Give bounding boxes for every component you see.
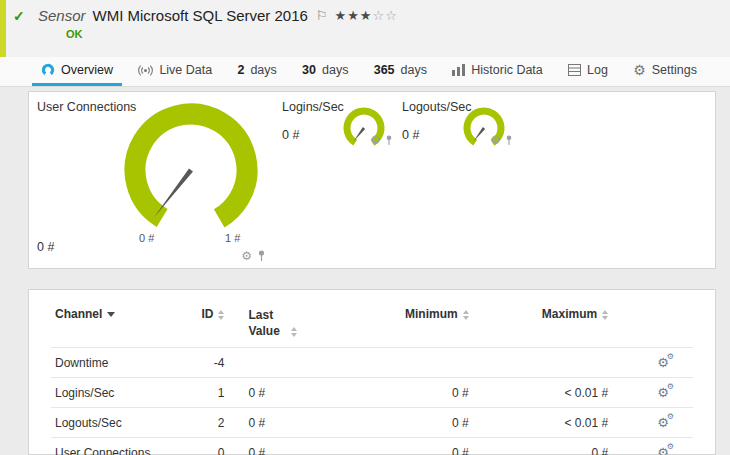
sort-icon [218, 310, 224, 320]
channel-maximum [473, 348, 613, 378]
priority-stars[interactable]: ★★★☆☆ [335, 8, 398, 23]
tab-log[interactable]: Log [559, 57, 617, 86]
tab-30-days[interactable]: 30 days [293, 57, 357, 86]
tab-number: 30 [302, 63, 316, 77]
gauge-settings-icon[interactable]: ⚙ [370, 134, 381, 146]
gauges-panel: User Connections 0 # 0 # 1 # ⚙ Logins/Se… [28, 91, 716, 269]
tab-label: Settings [652, 63, 697, 77]
tab-historic-data[interactable]: Historic Data [443, 57, 552, 86]
channel-minimum [323, 348, 472, 378]
channel-id: 0 [171, 438, 229, 455]
channel-maximum: < 0.01 # [473, 378, 613, 408]
tab-number: 2 [237, 63, 244, 77]
column-header-minimum[interactable]: Minimum [323, 298, 472, 348]
bar-chart-icon [452, 64, 465, 76]
ok-check-icon: ✓ [13, 8, 25, 24]
channel-name: Logouts/Sec [51, 408, 171, 438]
user-connections-gauge-block: User Connections 0 # 0 # 1 # ⚙ [29, 92, 282, 268]
tab-label: days [322, 63, 348, 77]
column-header-last-value[interactable]: Last Value [228, 298, 323, 348]
gauge-needle [474, 127, 486, 141]
gauge-pin-icon[interactable] [505, 135, 513, 146]
tab-number: 365 [374, 63, 395, 77]
tab-2-days[interactable]: 2 days [228, 57, 285, 86]
channel-id: 1 [171, 378, 229, 408]
title-block: Sensor WMI Microsoft SQL Server 2016 ⚐ ★… [0, 0, 730, 40]
gauge-pin-icon[interactable] [385, 135, 393, 146]
tab-label: Live Data [159, 63, 212, 77]
column-header-maximum[interactable]: Maximum [473, 298, 613, 348]
tab-live-data[interactable]: Live Data [129, 57, 221, 86]
channels-table: Channel ID Last Value Minimum Maximum [51, 298, 693, 455]
sort-icon [291, 327, 297, 337]
channel-name: User Connections [51, 438, 171, 455]
gauge-value: 0 # [402, 128, 419, 142]
user-connections-gauge [121, 100, 261, 240]
channel-settings-icon[interactable]: ⚙⚙ [657, 355, 669, 370]
gauge-icon [41, 63, 55, 77]
gauge-title: Logins/Sec [282, 100, 344, 114]
column-header-channel[interactable]: Channel [51, 298, 171, 348]
gear-icon: ⚙ [633, 63, 646, 77]
accent-stripe [0, 0, 6, 57]
channel-row-logouts[interactable]: Logouts/Sec 2 0 # 0 # < 0.01 # ⚙⚙ [51, 408, 693, 438]
channels-panel: Channel ID Last Value Minimum Maximum [28, 289, 716, 455]
channel-row-user-connections[interactable]: User Connections 0 0 # 0 # 0 # ⚙⚙ [51, 438, 693, 455]
channel-name: Logins/Sec [51, 378, 171, 408]
tab-label: Overview [61, 63, 113, 77]
logouts-gauge-block: Logouts/Sec 0 # ⚙ [402, 92, 522, 268]
gauge-scale-min: 0 # [139, 232, 154, 244]
column-header-id[interactable]: ID [171, 298, 229, 348]
channel-maximum: 0 # [473, 438, 613, 455]
tab-label: days [250, 63, 276, 77]
sort-caret-icon [107, 312, 115, 317]
channel-settings-icon[interactable]: ⚙⚙ [657, 415, 669, 430]
channel-name: Downtime [51, 348, 171, 378]
log-list-icon [568, 64, 581, 76]
channel-id: -4 [171, 348, 229, 378]
channel-minimum: 0 # [323, 408, 472, 438]
gauge-scale-max: 1 # [225, 232, 240, 244]
logins-gauge-block: Logins/Sec 0 # ⚙ [282, 92, 402, 268]
gauge-needle [154, 169, 193, 218]
gauge-needle [354, 127, 366, 141]
channel-last-value: 0 # [228, 438, 323, 455]
gauge-settings-icon[interactable]: ⚙ [490, 134, 501, 146]
gauge-value: 0 # [282, 128, 299, 142]
column-header-actions [612, 298, 693, 348]
channel-id: 2 [171, 408, 229, 438]
tab-label: Historic Data [471, 63, 543, 77]
channel-row-downtime[interactable]: Downtime -4 ⚙⚙ [51, 348, 693, 378]
channel-row-logins[interactable]: Logins/Sec 1 0 # 0 # < 0.01 # ⚙⚙ [51, 378, 693, 408]
tab-overview[interactable]: Overview [32, 57, 122, 86]
gauge-icons: ⚙ [370, 134, 393, 146]
tab-bar: Overview Live Data 2 days 30 days 365 da… [0, 57, 730, 87]
status-badge: OK [66, 28, 730, 40]
sort-icon [463, 310, 469, 320]
table-header-row: Channel ID Last Value Minimum Maximum [51, 298, 693, 348]
sensor-header: ✓ Sensor WMI Microsoft SQL Server 2016 ⚐… [0, 0, 730, 57]
stars-filled: ★★★ [335, 8, 373, 23]
channel-last-value [228, 348, 323, 378]
channel-last-value: 0 # [228, 408, 323, 438]
channel-settings-icon[interactable]: ⚙⚙ [657, 445, 669, 455]
object-kind-label: Sensor [38, 7, 86, 24]
gauge-value: 0 # [37, 240, 54, 254]
tab-settings[interactable]: ⚙ Settings [624, 57, 706, 86]
broadcast-icon [138, 64, 153, 77]
sensor-page: ✓ Sensor WMI Microsoft SQL Server 2016 ⚐… [0, 0, 730, 455]
flag-icon[interactable]: ⚐ [316, 8, 328, 23]
channel-minimum: 0 # [323, 438, 472, 455]
channel-last-value: 0 # [228, 378, 323, 408]
tab-label: days [401, 63, 427, 77]
stars-empty: ☆☆ [373, 8, 398, 23]
channel-minimum: 0 # [323, 378, 472, 408]
gauge-icons: ⚙ [241, 250, 266, 262]
channel-settings-icon[interactable]: ⚙⚙ [657, 385, 669, 400]
gauge-icons: ⚙ [490, 134, 513, 146]
gauge-settings-icon[interactable]: ⚙ [241, 250, 252, 262]
gauge-pin-icon[interactable] [257, 250, 266, 262]
tab-365-days[interactable]: 365 days [365, 57, 436, 86]
page-title: WMI Microsoft SQL Server 2016 [93, 7, 308, 24]
tab-label: Log [587, 63, 608, 77]
